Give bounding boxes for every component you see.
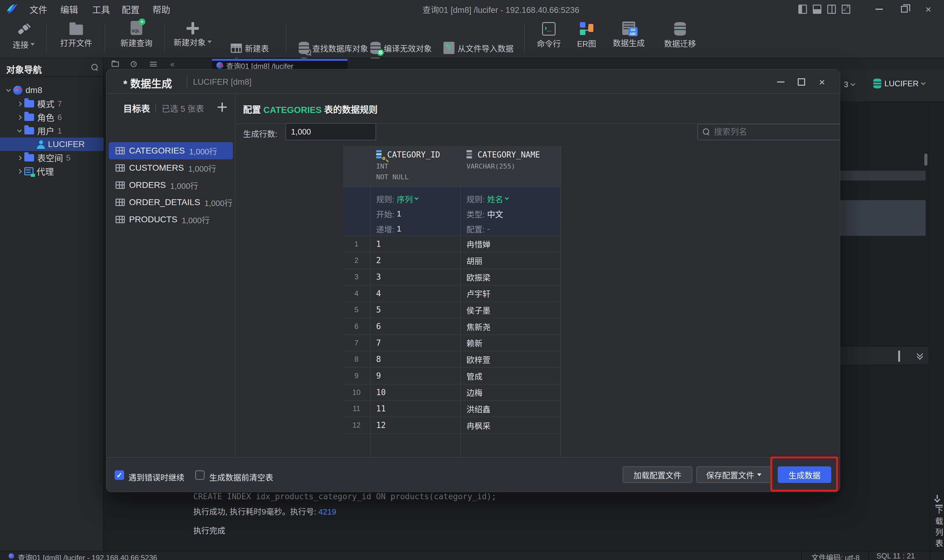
tab-folder-icon[interactable] — [110, 60, 120, 69]
tree-item-agent[interactable]: 代理 — [0, 165, 103, 178]
plus-icon — [187, 22, 199, 34]
new-table-button[interactable]: 新建表 — [231, 42, 269, 54]
table-icon — [231, 44, 242, 53]
tab-query01[interactable]: 查询01 [dm8] /lucifer — [212, 59, 347, 70]
download-list-strip[interactable]: 下载列表 — [929, 491, 944, 551]
table-icon — [116, 182, 125, 189]
preview-row: 55侯子墨 — [343, 302, 561, 319]
tab-history-icon[interactable] — [129, 60, 139, 69]
compile-invalid-button[interactable]: ⚙ 编译无效对象 — [370, 42, 432, 54]
layout-left-icon[interactable] — [797, 4, 808, 15]
chevron-right-icon[interactable] — [17, 155, 22, 160]
file-import-icon: ↰ — [443, 42, 455, 54]
data-gen-button[interactable]: 101ABC 数据生成 — [611, 22, 646, 48]
table-item-products[interactable]: PRODUCTS1,000行 — [109, 211, 233, 228]
chevron-right-icon[interactable] — [17, 169, 22, 174]
dialog-subtitle: LUCIFER [dm8] — [193, 77, 252, 87]
target-tables-title: 目标表 — [123, 102, 150, 114]
tree-item-lucifer[interactable]: LUCIFER — [0, 137, 103, 151]
layout-bottom-icon[interactable] — [811, 4, 823, 15]
tab-collapse-icon[interactable]: « — [168, 60, 177, 69]
folder-icon — [24, 127, 34, 134]
status-connection: 查询01 [dm8] /lucifer - 192.168.40.66:5236 — [18, 552, 157, 560]
new-object-button[interactable]: 新建对象 — [171, 22, 214, 48]
menu-help[interactable]: 帮助 — [150, 0, 173, 18]
menu-config[interactable]: 配置 — [119, 0, 142, 18]
menu-edit[interactable]: 编辑 — [58, 0, 80, 18]
dialog-title-bar: * 数据生成 LUCIFER [dm8] × — [106, 69, 840, 94]
tree-item-roles[interactable]: 角色6 — [0, 111, 103, 124]
rowcount-input[interactable] — [285, 123, 376, 140]
tree-item-users[interactable]: 用户1 — [0, 124, 103, 137]
layout-split-icon[interactable] — [826, 4, 837, 15]
dropdown-caret-icon — [757, 474, 762, 476]
column-search-box[interactable] — [697, 124, 840, 140]
layout-expand-icon[interactable] — [841, 4, 851, 15]
column-search-input[interactable] — [714, 128, 840, 137]
execution-id-link[interactable]: 4219 — [318, 507, 336, 516]
download-list-label: 下载列表 — [933, 506, 944, 550]
row-limit-select[interactable]: 3 — [844, 80, 855, 89]
chevron-down-icon[interactable] — [17, 128, 22, 132]
sidebar-search-icon[interactable] — [91, 64, 99, 71]
download-icon — [933, 495, 941, 502]
editor-scrollbar[interactable] — [924, 154, 927, 166]
chevron-down-icon — [851, 82, 856, 86]
connection-dot-icon — [216, 62, 223, 69]
chevron-down-icon[interactable] — [6, 87, 11, 92]
rule-selector-id[interactable]: 规则: 序列 — [376, 193, 460, 205]
schema-select[interactable]: LUCIFER — [873, 78, 925, 88]
preview-row: 88欧梓萱 — [343, 352, 561, 368]
tree-item-tablespaces[interactable]: 表空间5 — [0, 151, 103, 165]
table-item-orders[interactable]: ORDERS1,000行 — [109, 177, 233, 194]
restore-button[interactable] — [899, 4, 910, 15]
truncate-before-generate-checkbox[interactable] — [195, 470, 205, 480]
dialog-maximize-button[interactable] — [796, 77, 807, 87]
minimize-button[interactable] — [874, 4, 885, 15]
dialog-close-button[interactable]: × — [817, 77, 827, 87]
target-tables-panel: 目标表 已选 5 张表 CATEGORIES1,000行 CUSTOMERS1,… — [106, 94, 235, 458]
table-item-categories[interactable]: CATEGORIES1,000行 — [109, 142, 233, 159]
folder-icon — [24, 154, 34, 162]
dialog-minimize-button[interactable] — [776, 77, 786, 87]
save-config-button[interactable]: 保存配置文件 — [696, 466, 771, 483]
tab-list-icon[interactable] — [148, 60, 158, 69]
preview-row: 11冉惜婵 — [343, 236, 561, 253]
menu-tools[interactable]: 工具 — [90, 0, 113, 18]
connect-button[interactable]: 连接 — [8, 22, 39, 50]
er-diagram-button[interactable]: ER图 — [575, 22, 598, 49]
find-db-object-button[interactable]: 查找数据库对象 — [299, 42, 368, 54]
menu-file[interactable]: 文件 — [27, 0, 50, 18]
new-query-button[interactable]: + 新建查询 — [118, 21, 155, 48]
app-window: 文件 编辑 工具 配置 帮助 查询01 [dm8] /lucifer - 192… — [0, 0, 944, 560]
close-button[interactable]: × — [923, 4, 934, 15]
column-icon — [466, 150, 475, 159]
import-data-button[interactable]: ↰ 从文件导入数据 — [443, 42, 514, 54]
open-file-button[interactable]: 打开文件 — [58, 22, 95, 48]
maximize-panel-icon[interactable] — [898, 352, 900, 361]
selected-count-label: 已选 5 张表 — [162, 102, 204, 114]
execution-done: 执行完成 — [193, 525, 225, 536]
chevron-right-icon[interactable] — [17, 101, 22, 106]
config-table-name: CATEGORIES — [263, 105, 322, 115]
tree-item-schemas[interactable]: 模式7 — [0, 97, 103, 111]
continue-on-error-checkbox[interactable]: ✓ — [115, 470, 124, 480]
preview-row: 1212冉枫采 — [343, 417, 561, 434]
generate-data-button[interactable]: 生成数据 — [778, 466, 831, 483]
execution-result: 执行成功, 执行耗时9毫秒。执行号: 4219 — [193, 505, 336, 517]
table-item-order-details[interactable]: ORDER_DETAILS1,000行 — [109, 194, 233, 211]
messages-panel-header — [840, 346, 929, 365]
preview-row: 1111洪绍鑫 — [343, 401, 561, 417]
rule-config-panel: 配置 CATEGORIES 表的数据规则 生成行数: CATEGORY_ID — [236, 94, 840, 458]
chevron-right-icon[interactable] — [17, 115, 22, 120]
load-config-button[interactable]: 加载配置文件 — [623, 466, 692, 483]
add-table-button[interactable] — [217, 103, 227, 112]
table-item-customers[interactable]: CUSTOMERS1,000行 — [109, 159, 233, 177]
preview-row: 44卢宇轩 — [343, 286, 561, 302]
folder-icon — [24, 100, 34, 108]
preview-row: 66焦新尧 — [343, 318, 561, 335]
cmdline-button[interactable]: 命令行 — [535, 22, 563, 49]
data-migrate-button[interactable]: → 数据迁移 — [663, 22, 697, 49]
rule-selector-name[interactable]: 规则: 姓名 — [466, 193, 560, 205]
tree-item-dm8[interactable]: dm8 — [0, 83, 103, 97]
